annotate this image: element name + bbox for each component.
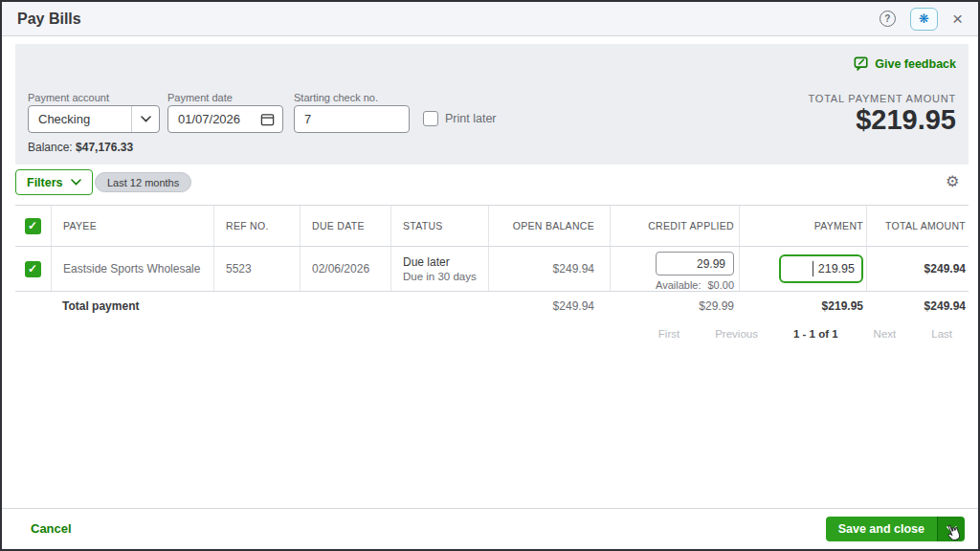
credit-applied-input[interactable] — [656, 252, 734, 276]
totals-payment: $219.95 — [739, 292, 866, 320]
row-checkbox[interactable] — [25, 261, 41, 277]
payment-date-field[interactable]: 01/07/2026 — [167, 105, 283, 133]
select-all-checkbox[interactable] — [25, 218, 41, 234]
starting-check-no-field[interactable]: 7 — [294, 105, 410, 133]
due-date-cell: 02/06/2026 — [300, 247, 390, 291]
chevron-down-icon — [131, 106, 159, 132]
date-filter-pill[interactable]: Last 12 months — [95, 172, 191, 192]
column-header-credit-applied: CREDIT APPLIED — [610, 206, 739, 246]
pagination-first[interactable]: First — [658, 328, 679, 340]
column-header-ref-no: REF NO. — [213, 206, 300, 246]
column-header-total-amount: TOTAL AMOUNT — [866, 206, 969, 246]
footer-bar: Cancel Save and close — [2, 508, 978, 549]
column-header-payee: PAYEE — [51, 206, 213, 246]
total-payment-label: Total payment — [51, 292, 213, 320]
pagination-current: 1 - 1 of 1 — [793, 328, 838, 340]
column-header-open-balance: OPEN BALANCE — [488, 206, 610, 246]
payment-account-select[interactable]: Checking — [28, 105, 160, 133]
pagination: First Previous 1 - 1 of 1 Next Last — [658, 328, 952, 340]
payment-account-label: Payment account — [28, 92, 109, 103]
give-feedback-link[interactable]: Give feedback — [854, 56, 956, 72]
column-header-due-date: DUE DATE — [300, 206, 390, 246]
table-header-row: PAYEE REF NO. DUE DATE STATUS OPEN BALAN… — [15, 205, 969, 247]
starting-check-no-label: Starting check no. — [294, 92, 378, 103]
page-title: Pay Bills — [17, 11, 880, 28]
pagination-previous[interactable]: Previous — [715, 328, 758, 340]
totals-total-amount: $249.94 — [866, 292, 969, 320]
cancel-button[interactable]: Cancel — [31, 521, 72, 536]
total-payment-amount-value: $219.95 — [856, 104, 956, 136]
payment-cell — [739, 247, 866, 291]
column-header-payment: PAYMENT — [739, 206, 866, 246]
sparkle-assistant-button[interactable]: ❋ — [910, 8, 938, 31]
feedback-bubble-icon — [854, 56, 869, 72]
title-bar-icons: ? ❋ × — [880, 8, 963, 31]
sparkle-icon: ❋ — [919, 11, 929, 26]
filters-button[interactable]: Filters — [15, 169, 93, 195]
ref-no-cell: 5523 — [213, 247, 300, 291]
print-later-label: Print later — [445, 112, 497, 125]
payment-summary-panel: Give feedback Payment account Checking P… — [15, 44, 969, 165]
print-later-option: Print later — [423, 111, 497, 126]
payee-cell: Eastside Sports Wholesale — [51, 247, 213, 291]
table-settings-gear-icon[interactable]: ⚙ — [946, 172, 959, 190]
totals-row: Total payment $249.94 $29.99 $219.95 $24… — [15, 292, 969, 320]
close-icon[interactable]: × — [952, 10, 963, 28]
help-glyph: ? — [884, 13, 890, 24]
totals-open-balance: $249.94 — [488, 292, 610, 320]
total-payment-amount-label: TOTAL PAYMENT AMOUNT — [808, 93, 956, 104]
calendar-icon[interactable] — [260, 112, 275, 126]
table-row: Eastside Sports Wholesale 5523 02/06/202… — [15, 247, 969, 292]
column-header-status: STATUS — [390, 206, 488, 246]
pagination-next[interactable]: Next — [874, 328, 897, 340]
text-caret — [813, 261, 813, 276]
pagination-last[interactable]: Last — [931, 328, 952, 340]
print-later-checkbox[interactable] — [423, 111, 438, 126]
totals-credit-applied: $29.99 — [610, 292, 739, 320]
total-amount-cell: $249.94 — [866, 247, 969, 291]
help-icon[interactable]: ? — [880, 11, 896, 27]
chevron-down-icon — [71, 179, 81, 186]
save-and-close-button[interactable]: Save and close — [826, 517, 937, 541]
credit-applied-cell: Available: $0.00 — [610, 247, 739, 291]
title-bar: Pay Bills ? ❋ × — [2, 2, 978, 36]
payment-date-label: Payment date — [167, 92, 233, 103]
open-balance-cell: $249.94 — [488, 247, 610, 291]
available-credit: Available: $0.00 — [656, 279, 734, 291]
pay-bills-window: Pay Bills ? ❋ × Give feedback Payment ac… — [0, 0, 980, 551]
account-balance: Balance: $47,176.33 — [28, 141, 133, 154]
payment-input[interactable] — [779, 254, 863, 283]
status-cell: Due later Due in 30 days — [390, 247, 488, 291]
bills-table: PAYEE REF NO. DUE DATE STATUS OPEN BALAN… — [15, 205, 969, 320]
